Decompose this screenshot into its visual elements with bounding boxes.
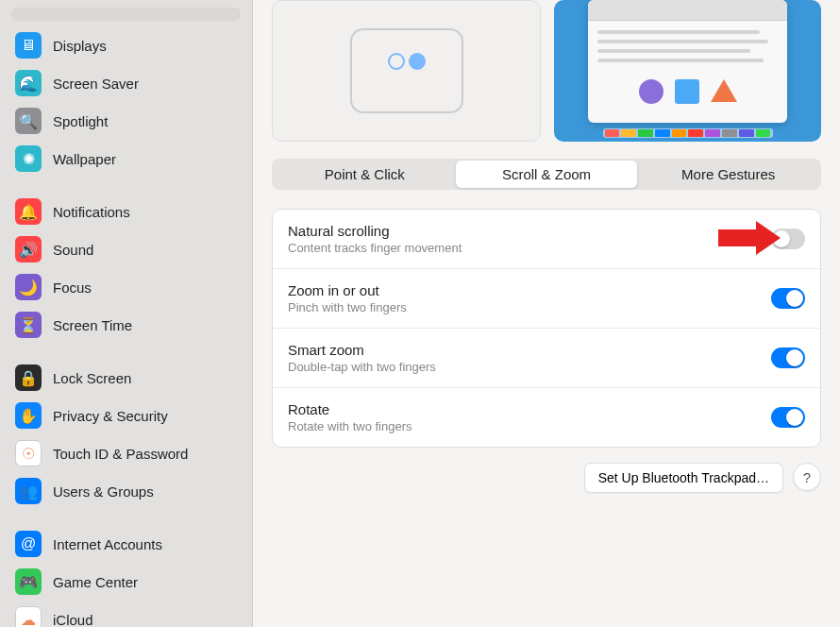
sidebar-item-label: Game Center bbox=[53, 574, 138, 590]
sidebar-item-label: iCloud bbox=[53, 612, 93, 628]
sidebar-item-focus[interactable]: 🌙Focus bbox=[11, 268, 241, 306]
sound-icon: 🔊 bbox=[15, 236, 42, 263]
spotlight-icon: 🔍 bbox=[15, 108, 42, 134]
focus-icon: 🌙 bbox=[15, 274, 42, 300]
trackpad-preview bbox=[272, 0, 541, 142]
settings-panel: Natural scrollingContent tracks finger m… bbox=[272, 209, 821, 448]
sidebar-item-lock-screen[interactable]: 🔒Lock Screen bbox=[11, 359, 241, 397]
sidebar-item-label: Screen Saver bbox=[53, 76, 139, 92]
sidebar-item-label: Privacy & Security bbox=[53, 408, 168, 424]
displays-icon: 🖥 bbox=[15, 32, 42, 59]
setting-row-natural-scrolling: Natural scrollingContent tracks finger m… bbox=[273, 210, 820, 269]
trackpad-icon bbox=[350, 28, 463, 113]
preview-row bbox=[272, 0, 821, 142]
sidebar-item-label: Users & Groups bbox=[53, 483, 154, 500]
sidebar-item-spotlight[interactable]: 🔍Spotlight bbox=[11, 102, 241, 140]
touchid-icon: ☉ bbox=[15, 440, 42, 466]
privacy-icon: ✋ bbox=[15, 402, 42, 429]
toggle-rotate[interactable] bbox=[771, 407, 805, 428]
gamecenter-icon: 🎮 bbox=[15, 568, 42, 595]
sidebar-item-label: Sound bbox=[53, 242, 93, 258]
sidebar-item-privacy-security[interactable]: ✋Privacy & Security bbox=[11, 397, 241, 434]
tab-point-click[interactable]: Point & Click bbox=[274, 161, 456, 188]
tab-scroll-zoom[interactable]: Scroll & Zoom bbox=[456, 161, 638, 188]
setting-subtitle: Rotate with two fingers bbox=[288, 419, 412, 433]
toggle-zoom-in-or-out[interactable] bbox=[771, 288, 805, 309]
sidebar-item-label: Lock Screen bbox=[53, 370, 131, 386]
sidebar-item-label: Displays bbox=[53, 38, 107, 54]
setup-bluetooth-button[interactable]: Set Up Bluetooth Trackpad… bbox=[584, 463, 783, 493]
main-pane: Point & Click Scroll & Zoom More Gesture… bbox=[253, 0, 840, 627]
dock-illustration bbox=[603, 128, 773, 138]
users-icon: 👥 bbox=[15, 478, 42, 504]
screensaver-icon: 🌊 bbox=[15, 70, 42, 96]
sidebar-item-displays[interactable]: 🖥Displays bbox=[11, 26, 241, 64]
toggle-natural-scrolling[interactable] bbox=[771, 229, 805, 249]
setting-subtitle: Content tracks finger movement bbox=[288, 241, 462, 255]
setting-title: Smart zoom bbox=[288, 342, 436, 358]
sidebar-item-notifications[interactable]: 🔔Notifications bbox=[11, 193, 241, 230]
sidebar-item-internet-accounts[interactable]: @Internet Accounts bbox=[11, 525, 241, 563]
sidebar-item-screen-saver[interactable]: 🌊Screen Saver bbox=[11, 64, 241, 102]
sidebar-item-game-center[interactable]: 🎮Game Center bbox=[11, 563, 241, 601]
notifications-icon: 🔔 bbox=[15, 198, 42, 225]
sidebar-item-screen-time[interactable]: ⏳Screen Time bbox=[11, 306, 241, 344]
sidebar-item-label: Internet Accounts bbox=[53, 536, 162, 552]
sidebar: 🖥Displays🌊Screen Saver🔍Spotlight✺Wallpap… bbox=[0, 0, 253, 627]
at-icon: @ bbox=[15, 531, 42, 557]
sidebar-item-sound[interactable]: 🔊Sound bbox=[11, 230, 241, 268]
circle-shape-icon bbox=[639, 79, 664, 104]
sidebar-item-label: Notifications bbox=[53, 204, 130, 220]
sidebar-item-icloud[interactable]: ☁︎iCloud bbox=[11, 601, 241, 627]
setting-title: Natural scrolling bbox=[288, 223, 462, 239]
setting-subtitle: Double-tap with two fingers bbox=[288, 360, 436, 374]
setting-subtitle: Pinch with two fingers bbox=[288, 300, 407, 314]
setting-title: Zoom in or out bbox=[288, 282, 407, 298]
sidebar-item-label: Touch ID & Password bbox=[53, 446, 188, 462]
tab-more-gestures[interactable]: More Gestures bbox=[637, 161, 819, 188]
sidebar-item-label: Spotlight bbox=[53, 113, 108, 129]
lock-icon: 🔒 bbox=[15, 364, 42, 391]
sidebar-item-label: Wallpaper bbox=[53, 151, 116, 167]
toggle-smart-zoom[interactable] bbox=[771, 347, 805, 368]
triangle-shape-icon bbox=[711, 79, 737, 102]
sidebar-item-users-groups[interactable]: 👥Users & Groups bbox=[11, 472, 241, 510]
sidebar-scroll-hint bbox=[11, 8, 241, 21]
icloud-icon: ☁︎ bbox=[15, 606, 42, 627]
footer-row: Set Up Bluetooth Trackpad… ? bbox=[272, 463, 821, 493]
sidebar-item-label: Focus bbox=[53, 280, 92, 296]
sidebar-item-label: Screen Time bbox=[53, 317, 132, 333]
desktop-preview bbox=[554, 0, 821, 142]
setting-title: Rotate bbox=[288, 401, 412, 417]
help-button[interactable]: ? bbox=[793, 463, 821, 491]
wallpaper-icon: ✺ bbox=[15, 145, 42, 172]
setting-row-smart-zoom: Smart zoomDouble-tap with two fingers bbox=[273, 329, 820, 388]
setting-row-rotate: RotateRotate with two fingers bbox=[273, 388, 820, 447]
screentime-icon: ⏳ bbox=[15, 312, 42, 338]
sidebar-item-wallpaper[interactable]: ✺Wallpaper bbox=[11, 140, 241, 178]
setting-row-zoom-in-or-out: Zoom in or outPinch with two fingers bbox=[273, 269, 820, 329]
square-shape-icon bbox=[675, 79, 699, 104]
browser-window-illustration bbox=[588, 0, 787, 123]
tab-segmented-control: Point & Click Scroll & Zoom More Gesture… bbox=[272, 159, 821, 190]
sidebar-item-touch-id-password[interactable]: ☉Touch ID & Password bbox=[11, 434, 241, 472]
